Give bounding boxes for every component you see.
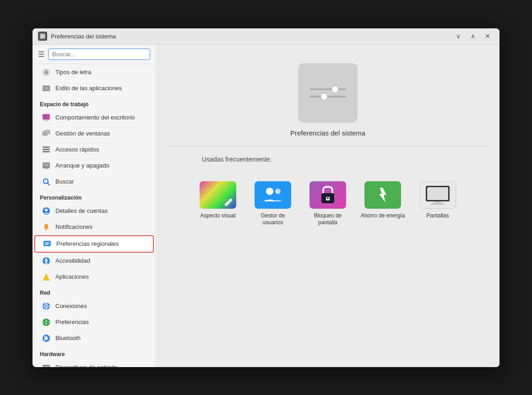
font-icon: A [42, 68, 51, 77]
svg-rect-63 [427, 187, 448, 200]
svg-point-25 [46, 229, 47, 231]
sidebar-item-accesibilidad[interactable]: Accesibilidad [34, 253, 154, 269]
user-manager-icon [255, 181, 291, 209]
svg-rect-65 [431, 203, 444, 205]
svg-rect-16 [43, 151, 50, 152]
sidebar-item-arranque[interactable]: Arranque y apagado [34, 158, 154, 173]
search-icon [42, 177, 51, 186]
frecuente-pantallas[interactable]: Pantallas [415, 181, 461, 227]
sidebar-item-label: Arranque y apagado [55, 162, 109, 169]
svg-rect-64 [434, 201, 441, 203]
maximize-button[interactable]: ∧ [467, 31, 479, 42]
svg-rect-20 [45, 168, 47, 169]
sidebar: ☰ A Tipos de letra Estilo de las aplicac… [33, 45, 156, 367]
sidebar-item-buscar[interactable]: Buscar [34, 174, 154, 189]
sidebar-item-preferencias-red[interactable]: Preferencias [34, 314, 154, 330]
sidebar-item-label: Accesibilidad [55, 257, 90, 264]
svg-rect-14 [43, 146, 50, 148]
startup-icon [42, 161, 51, 170]
sidebar-item-label: Notificaciones [55, 223, 92, 230]
sidebar-item-accesos[interactable]: Accesos rápidos [34, 142, 154, 157]
sidebar-item-label: Preferencias regionales [56, 240, 119, 247]
svg-marker-36 [43, 273, 50, 281]
sidebar-header: ☰ [33, 45, 156, 64]
hero-icon [298, 63, 358, 123]
sidebar-item-label: Accesos rápidos [55, 146, 99, 153]
hamburger-icon[interactable]: ☰ [38, 50, 44, 59]
svg-rect-9 [43, 115, 49, 119]
section-label-red: Red [33, 285, 156, 298]
main-window: Preferencias del sistema ∨ ∧ ✕ ☰ A Tipos… [33, 28, 499, 367]
close-button[interactable]: ✕ [481, 31, 494, 42]
svg-rect-55 [223, 199, 225, 201]
sidebar-item-label: Preferencias [55, 319, 89, 325]
power-save-icon [364, 181, 401, 209]
notifications-icon [42, 222, 51, 232]
slider-track-2 [309, 96, 346, 97]
svg-rect-1 [41, 35, 44, 36]
displays-icon [419, 181, 456, 209]
frecuentes-label: Usadas frecuentemente: [202, 156, 472, 163]
appearance-icon [200, 181, 236, 209]
sidebar-item-cuentas[interactable]: Detalles de cuentas [34, 203, 154, 219]
sidebar-item-comportamiento[interactable]: Comportamiento del escritorio [34, 110, 154, 125]
sidebar-item-estilo-apps[interactable]: Estilo de las aplicaciones [34, 81, 154, 96]
sidebar-item-conexiones[interactable]: Conexiones [34, 298, 154, 314]
frecuente-label: Aspecto visual [200, 212, 235, 220]
sidebar-item-aplicaciones[interactable]: Aplicaciones [34, 269, 154, 285]
frecuente-label: Bloqueo de pantalla [305, 212, 351, 227]
sidebar-item-dispositivos[interactable]: Dispositivos de entrada [34, 360, 154, 367]
svg-rect-3 [41, 38, 43, 38]
svg-point-31 [45, 258, 47, 260]
svg-rect-18 [43, 163, 49, 167]
frecuente-gestor-usuarios[interactable]: Gestor de usuarios [250, 181, 296, 227]
accounts-icon [42, 206, 51, 216]
sidebar-item-bluetooth[interactable]: Bluetooth [34, 330, 154, 346]
svg-rect-28 [45, 243, 49, 243]
frecuente-bloqueo[interactable]: Bloqueo de pantalla [305, 181, 351, 227]
svg-rect-27 [44, 242, 50, 245]
sidebar-item-tipos-letra[interactable]: A Tipos de letra [34, 65, 154, 80]
sidebar-item-label: Detalles de cuentas [55, 207, 108, 214]
sidebar-item-label: Tipos de letra [55, 69, 91, 76]
svg-point-57 [275, 189, 281, 194]
frecuente-label: Ahorro de energía [361, 212, 405, 220]
hero-title: Preferencias del sistema [290, 129, 365, 137]
svg-rect-29 [45, 244, 48, 245]
svg-rect-7 [43, 87, 49, 90]
svg-rect-2 [41, 36, 44, 37]
search-input[interactable] [48, 49, 150, 60]
svg-rect-19 [43, 168, 50, 168]
accessibility-icon [42, 256, 51, 265]
frecuente-label: Gestor de usuarios [250, 212, 296, 227]
window-controls: ∨ ∧ ✕ [452, 31, 494, 42]
section-label-hardware: Hardware [33, 346, 156, 359]
frecuentes-grid: Aspecto visual Gestor de usuarios [195, 181, 461, 227]
windows-icon [42, 129, 51, 138]
apps-icon [42, 272, 51, 281]
sidebar-item-label: Conexiones [55, 303, 87, 309]
sidebar-item-label: Dispositivos de entrada [55, 364, 117, 367]
sidebar-item-notificaciones[interactable]: Notificaciones [34, 219, 154, 235]
slider-thumb-1 [331, 86, 339, 93]
svg-rect-10 [43, 119, 50, 120]
lockscreen-icon [309, 181, 346, 209]
svg-marker-61 [379, 188, 386, 202]
sidebar-item-label: Comportamiento del escritorio [55, 114, 135, 121]
section-label-personalizacion: Personalización [33, 190, 156, 203]
slider-track-1 [309, 88, 346, 90]
svg-rect-11 [45, 120, 47, 121]
hero-sliders [309, 88, 346, 97]
svg-text:A: A [45, 70, 48, 75]
sidebar-item-label: Gestión de ventanas [55, 130, 110, 137]
frecuente-ahorro[interactable]: Ahorro de energía [360, 181, 406, 227]
sidebar-item-regional[interactable]: Preferencias regionales [34, 235, 154, 253]
sidebar-item-ventanas[interactable]: Gestión de ventanas [34, 126, 154, 141]
content-area: ☰ A Tipos de letra Estilo de las aplicac… [33, 45, 499, 367]
titlebar: Preferencias del sistema ∨ ∧ ✕ [33, 28, 499, 45]
frecuente-aspecto[interactable]: Aspecto visual [195, 181, 241, 227]
bluetooth-icon [42, 334, 51, 343]
sidebar-scroll[interactable]: A Tipos de letra Estilo de las aplicacio… [33, 64, 156, 367]
minimize-button[interactable]: ∨ [452, 31, 465, 42]
section-label-espacio: Espacio de trabajo [33, 97, 156, 109]
